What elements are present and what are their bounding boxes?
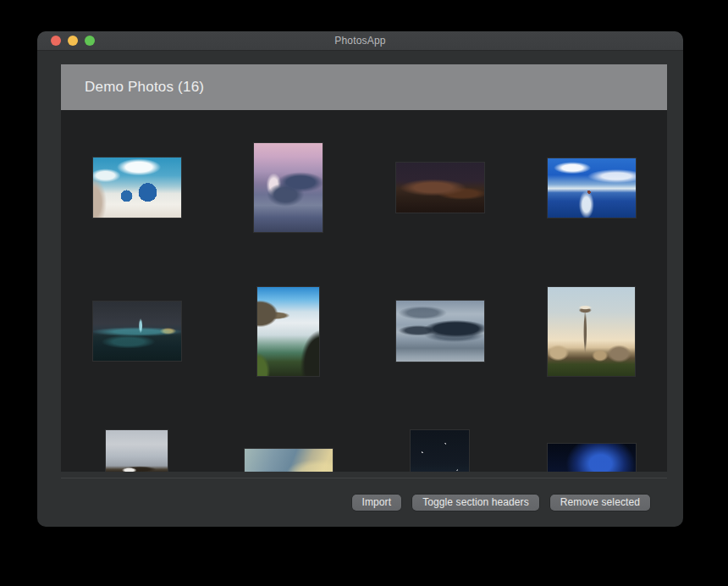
photo-thumbnail-space-needle[interactable] bbox=[548, 287, 635, 376]
photo-thumbnail-foggy-hill[interactable] bbox=[106, 430, 168, 472]
desktop: { "window": { "title": "PhotosApp" }, "t… bbox=[0, 0, 728, 586]
photo-cell-city-reflection bbox=[395, 287, 484, 376]
traffic-light-minimize[interactable] bbox=[68, 36, 78, 46]
app-window: PhotosApp Demo Photos (16) Import Toggle… bbox=[37, 31, 683, 527]
photo-thumbnail-volcano-above-clouds[interactable] bbox=[254, 143, 323, 232]
photo-cell-foggy-hill bbox=[92, 430, 181, 472]
photo-thumbnail-ocean-boat-wake[interactable] bbox=[548, 158, 636, 218]
titlebar: PhotosApp bbox=[37, 31, 683, 51]
photo-cell-cliff-over-clouds bbox=[244, 287, 333, 376]
photo-cell-city-skyline-night bbox=[92, 287, 181, 376]
photo-cell-ocean-boat-wake bbox=[547, 143, 636, 232]
photo-cell-desert-dunes-night bbox=[395, 143, 484, 232]
section-header-title: Demo Photos (16) bbox=[85, 79, 204, 96]
photo-thumbnail-cliff-over-clouds[interactable] bbox=[257, 287, 319, 376]
photo-thumbnail-misty-valley[interactable] bbox=[245, 449, 333, 473]
traffic-light-close[interactable] bbox=[51, 36, 61, 46]
photo-thumbnail-desert-dunes-night[interactable] bbox=[396, 163, 484, 213]
section-header: Demo Photos (16) bbox=[61, 64, 667, 110]
photo-thumbnail-santorini-domes[interactable] bbox=[93, 158, 181, 218]
photo-thumbnail-city-reflection[interactable] bbox=[396, 301, 484, 362]
photo-grid bbox=[61, 64, 667, 472]
photo-cell-santorini-domes bbox=[92, 143, 181, 232]
photo-thumbnail-blue-light-abstract[interactable] bbox=[548, 444, 636, 473]
photo-cell-misty-valley bbox=[244, 430, 333, 472]
photo-thumbnail-city-skyline-night[interactable] bbox=[93, 301, 181, 361]
photo-thumbnail-starry-night[interactable] bbox=[411, 430, 469, 472]
bottom-separator bbox=[61, 478, 667, 478]
photo-cell-starry-night bbox=[395, 430, 484, 472]
import-button[interactable]: Import bbox=[352, 495, 402, 511]
photo-cell-space-needle bbox=[547, 287, 636, 376]
photo-collection-scroll-area[interactable]: Demo Photos (16) bbox=[61, 64, 667, 472]
button-bar: Import Toggle section headers Remove sel… bbox=[352, 494, 650, 511]
photo-cell-blue-light-abstract bbox=[547, 430, 636, 472]
toggle-section-headers-button[interactable]: Toggle section headers bbox=[412, 495, 539, 511]
window-title: PhotosApp bbox=[37, 35, 683, 47]
remove-selected-button[interactable]: Remove selected bbox=[550, 495, 650, 511]
photo-cell-volcano-above-clouds bbox=[244, 143, 333, 232]
traffic-lights bbox=[51, 36, 95, 46]
traffic-light-zoom[interactable] bbox=[85, 36, 95, 46]
